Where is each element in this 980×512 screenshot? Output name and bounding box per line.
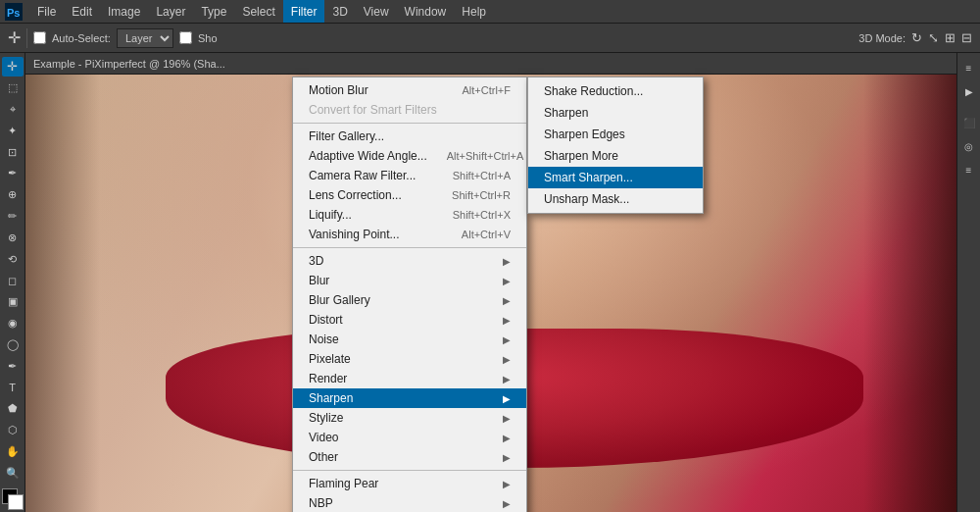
sharpen-submenu[interactable]: Shake Reduction... Sharpen Sharpen Edges… bbox=[527, 77, 704, 214]
brush-tool[interactable]: ✏ bbox=[2, 207, 24, 227]
blur-tool[interactable]: ◉ bbox=[2, 314, 24, 333]
clone-tool[interactable]: ⊗ bbox=[2, 229, 24, 248]
menu-type[interactable]: Type bbox=[193, 0, 234, 23]
sharpen-edges-item[interactable]: Sharpen Edges bbox=[528, 124, 703, 145]
3d-label: 3D bbox=[309, 254, 323, 268]
filter-section-2: Filter Gallery... Adaptive Wide Angle...… bbox=[293, 124, 526, 248]
lasso-tool[interactable]: ⌖ bbox=[2, 100, 24, 120]
convert-smart-filters-item: Convert for Smart Filters bbox=[293, 100, 526, 120]
3d-item[interactable]: 3D ▶ bbox=[293, 251, 526, 271]
convert-smart-filters-label: Convert for Smart Filters bbox=[309, 103, 437, 117]
menu-image[interactable]: Image bbox=[100, 0, 148, 23]
healing-tool[interactable]: ⊕ bbox=[2, 185, 24, 205]
auto-select-checkbox[interactable] bbox=[33, 31, 46, 44]
shadow-left bbox=[25, 75, 100, 512]
menu-view[interactable]: View bbox=[356, 0, 397, 23]
sharpen-more-item[interactable]: Sharpen More bbox=[528, 145, 703, 167]
gradient-tool[interactable]: ▣ bbox=[2, 292, 24, 312]
other-item[interactable]: Other ▶ bbox=[293, 447, 526, 467]
menu-file[interactable]: File bbox=[29, 0, 64, 23]
liquify-item[interactable]: Liquify... Shift+Ctrl+X bbox=[293, 205, 526, 225]
zoom-tool[interactable]: 🔍 bbox=[2, 463, 24, 483]
filter-gallery-item[interactable]: Filter Gallery... bbox=[293, 127, 526, 146]
3d-arrow: ▶ bbox=[503, 256, 511, 267]
pen-tool[interactable]: ✒ bbox=[2, 356, 24, 376]
sharpen-more-label: Sharpen More bbox=[544, 149, 618, 163]
selection-tool[interactable]: ⬚ bbox=[2, 78, 24, 98]
nbp-item[interactable]: NBP ▶ bbox=[293, 493, 526, 512]
left-toolbar: ✛ ⬚ ⌖ ✦ ⊡ ✒ ⊕ ✏ ⊗ ⟲ ◻ ▣ ◉ ◯ ✒ T ⬟ ⬡ ✋ 🔍 bbox=[0, 53, 25, 512]
menu-window[interactable]: Window bbox=[397, 0, 455, 23]
menu-3d[interactable]: 3D bbox=[324, 0, 355, 23]
menu-help[interactable]: Help bbox=[454, 0, 494, 23]
vanishing-point-item[interactable]: Vanishing Point... Alt+Ctrl+V bbox=[293, 225, 526, 244]
pixelate-item[interactable]: Pixelate ▶ bbox=[293, 349, 526, 369]
blur-gallery-label: Blur Gallery bbox=[309, 293, 370, 307]
auto-select-dropdown[interactable]: Layer bbox=[117, 28, 173, 48]
video-label: Video bbox=[309, 431, 338, 444]
sharpen-sub-label: Sharpen bbox=[544, 106, 588, 120]
camera-raw-item[interactable]: Camera Raw Filter... Shift+Ctrl+A bbox=[293, 166, 526, 185]
liquify-shortcut: Shift+Ctrl+X bbox=[453, 209, 511, 221]
sharpen-item[interactable]: Sharpen ▶ bbox=[293, 388, 526, 408]
shadow-right bbox=[863, 75, 956, 512]
flaming-pear-label: Flaming Pear bbox=[309, 477, 378, 490]
shake-reduction-item[interactable]: Shake Reduction... bbox=[528, 80, 703, 102]
stylize-item[interactable]: Stylize ▶ bbox=[293, 408, 526, 428]
blur-gallery-item[interactable]: Blur Gallery ▶ bbox=[293, 290, 526, 310]
menu-layer[interactable]: Layer bbox=[148, 0, 193, 23]
other-label: Other bbox=[309, 450, 338, 464]
move-tool[interactable]: ✛ bbox=[2, 57, 24, 77]
foreground-color[interactable] bbox=[2, 488, 24, 508]
dodge-tool[interactable]: ◯ bbox=[2, 335, 24, 355]
menu-select[interactable]: Select bbox=[234, 0, 282, 23]
sharpen-arrow: ▶ bbox=[503, 393, 511, 404]
motion-blur-shortcut: Alt+Ctrl+F bbox=[462, 84, 511, 96]
right-tool-3[interactable]: ⬛ bbox=[958, 112, 980, 133]
eraser-tool[interactable]: ◻ bbox=[2, 271, 24, 290]
liquify-label: Liquify... bbox=[309, 208, 352, 222]
3d-pan-icon[interactable]: ⤡ bbox=[928, 30, 939, 45]
render-item[interactable]: Render ▶ bbox=[293, 369, 526, 388]
lens-correction-shortcut: Shift+Ctrl+R bbox=[452, 189, 511, 201]
video-item[interactable]: Video ▶ bbox=[293, 428, 526, 447]
shape-tool[interactable]: ⬡ bbox=[2, 421, 24, 440]
filter-section-1: Motion Blur Alt+Ctrl+F Convert for Smart… bbox=[293, 77, 526, 124]
3d-scale-icon[interactable]: ⊞ bbox=[945, 30, 956, 45]
3d-rotate-icon[interactable]: ↻ bbox=[911, 30, 922, 45]
right-tool-4[interactable]: ◎ bbox=[958, 135, 980, 157]
path-tool[interactable]: ⬟ bbox=[2, 399, 24, 419]
blur-gallery-arrow: ▶ bbox=[503, 295, 511, 306]
hand-tool[interactable]: ✋ bbox=[2, 442, 24, 462]
history-tool[interactable]: ⟲ bbox=[2, 249, 24, 269]
magic-wand-tool[interactable]: ✦ bbox=[2, 121, 24, 140]
right-tool-1[interactable]: ≡ bbox=[958, 57, 980, 78]
filter-menu[interactable]: Motion Blur Alt+Ctrl+F Convert for Smart… bbox=[292, 77, 527, 512]
sharpen-sub-item[interactable]: Sharpen bbox=[528, 102, 703, 124]
distort-item[interactable]: Distort ▶ bbox=[293, 310, 526, 330]
right-tool-5[interactable]: ≡ bbox=[958, 159, 980, 180]
noise-item[interactable]: Noise ▶ bbox=[293, 330, 526, 349]
smart-sharpen-item[interactable]: Smart Sharpen... bbox=[528, 167, 703, 188]
menu-filter[interactable]: Filter bbox=[283, 0, 325, 23]
video-arrow: ▶ bbox=[503, 433, 511, 443]
eyedropper-tool[interactable]: ✒ bbox=[2, 164, 24, 183]
move-tool-icon: ✛ bbox=[8, 28, 21, 47]
right-tool-2[interactable]: ▶ bbox=[958, 80, 980, 102]
blur-item[interactable]: Blur ▶ bbox=[293, 271, 526, 290]
crop-tool[interactable]: ⊡ bbox=[2, 142, 24, 162]
text-tool[interactable]: T bbox=[2, 378, 24, 397]
menu-edit[interactable]: Edit bbox=[64, 0, 100, 23]
render-arrow: ▶ bbox=[503, 374, 511, 384]
sharpen-edges-label: Sharpen Edges bbox=[544, 128, 625, 141]
adaptive-wide-angle-item[interactable]: Adaptive Wide Angle... Alt+Shift+Ctrl+A bbox=[293, 146, 526, 166]
lens-correction-item[interactable]: Lens Correction... Shift+Ctrl+R bbox=[293, 185, 526, 205]
show-transform-checkbox[interactable] bbox=[179, 31, 192, 44]
unsharp-mask-item[interactable]: Unsharp Mask... bbox=[528, 188, 703, 210]
smart-sharpen-label: Smart Sharpen... bbox=[544, 171, 633, 184]
3d-slide-icon[interactable]: ⊟ bbox=[961, 30, 972, 45]
app-icon: Ps bbox=[4, 2, 24, 22]
nbp-arrow: ▶ bbox=[503, 498, 511, 509]
motion-blur-item[interactable]: Motion Blur Alt+Ctrl+F bbox=[293, 80, 526, 100]
flaming-pear-item[interactable]: Flaming Pear ▶ bbox=[293, 474, 526, 493]
